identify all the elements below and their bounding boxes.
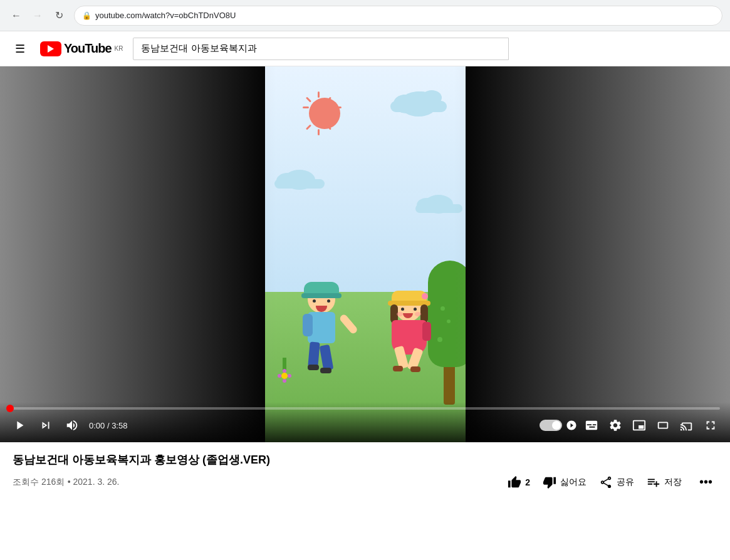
youtube-logo-icon xyxy=(40,41,61,56)
browser-chrome: ← → ↻ 🔒 youtube.com/watch?v=obChTDnVO8U xyxy=(0,0,730,31)
video-scene xyxy=(265,66,466,442)
video-controls: 0:00 / 3:58 xyxy=(0,402,730,442)
dislike-label: 싫어요 xyxy=(560,477,587,488)
girl-character xyxy=(384,286,434,373)
time-display: 0:00 / 3:58 xyxy=(89,421,145,430)
cloud2-graphic xyxy=(274,167,325,195)
youtube-logo-country: KR xyxy=(115,45,123,52)
dislike-button[interactable]: 싫어요 xyxy=(543,475,587,489)
share-button[interactable]: 공유 xyxy=(599,475,634,489)
save-label: 저장 xyxy=(664,477,682,488)
lock-icon: 🔒 xyxy=(82,11,91,20)
video-meta-left: 조회수 216회 • 2021. 3. 26. xyxy=(13,476,119,488)
cast-button[interactable] xyxy=(677,416,696,435)
volume-button[interactable] xyxy=(63,416,81,435)
video-info: 동남보건대 아동보육복지과 홍보영상 (졸업생.VER) 조회수 216회 • … xyxy=(0,442,730,502)
progress-bar[interactable] xyxy=(10,407,720,410)
fullscreen-button[interactable] xyxy=(701,416,720,435)
subtitles-button[interactable] xyxy=(582,416,601,435)
settings-button[interactable] xyxy=(606,416,625,435)
play-button[interactable] xyxy=(10,416,29,435)
controls-row: 0:00 / 3:58 xyxy=(10,416,720,435)
youtube-logo[interactable]: YouTubeKR xyxy=(40,41,123,56)
url-text: youtube.com/watch?v=obChTDnVO8U xyxy=(95,11,236,20)
like-count: 2 xyxy=(525,477,530,487)
video-title: 동남보건대 아동보육복지과 홍보영상 (졸업생.VER) xyxy=(13,452,717,467)
video-date: 2021. 3. 26. xyxy=(73,477,120,487)
like-button[interactable]: 2 xyxy=(508,475,530,489)
cloud1-graphic xyxy=(390,85,447,117)
controls-right xyxy=(540,416,720,435)
address-bar[interactable]: 🔒 youtube.com/watch?v=obChTDnVO8U xyxy=(74,6,722,26)
sun-graphic xyxy=(303,91,347,135)
youtube-logo-text: YouTube xyxy=(64,41,112,56)
flower-graphic xyxy=(278,358,291,383)
more-button[interactable]: ••• xyxy=(694,472,717,492)
nav-buttons: ← → ↻ xyxy=(8,7,68,24)
next-button[interactable] xyxy=(36,416,55,435)
back-button[interactable]: ← xyxy=(8,7,25,24)
reload-button[interactable]: ↻ xyxy=(50,7,68,24)
video-container: 0:00 / 3:58 xyxy=(0,66,730,502)
video-player[interactable]: 0:00 / 3:58 xyxy=(0,66,730,442)
toggle-knob xyxy=(552,421,561,430)
video-meta-row: 조회수 216회 • 2021. 3. 26. 2 싫어요 공유 xyxy=(13,472,717,492)
more-icon: ••• xyxy=(699,475,712,489)
forward-button[interactable]: → xyxy=(29,7,46,24)
save-button[interactable]: 저장 xyxy=(647,475,682,489)
right-fade-overlay xyxy=(454,66,730,442)
youtube-header: ☰ YouTubeKR xyxy=(0,31,730,66)
toggle-track[interactable] xyxy=(540,420,562,431)
share-label: 공유 xyxy=(617,477,634,488)
video-actions: 2 싫어요 공유 저장 ••• xyxy=(508,472,717,492)
autoplay-toggle[interactable] xyxy=(540,420,577,431)
menu-button[interactable]: ☰ xyxy=(10,37,30,61)
video-views: 조회수 216회 xyxy=(13,477,65,487)
progress-dot xyxy=(6,405,14,412)
boy-character xyxy=(296,279,347,373)
theater-button[interactable] xyxy=(654,416,672,435)
miniplayer-button[interactable] xyxy=(630,416,649,435)
left-fade-overlay xyxy=(0,66,276,442)
video-dot-separator: • xyxy=(68,477,73,487)
search-input[interactable] xyxy=(133,38,509,60)
